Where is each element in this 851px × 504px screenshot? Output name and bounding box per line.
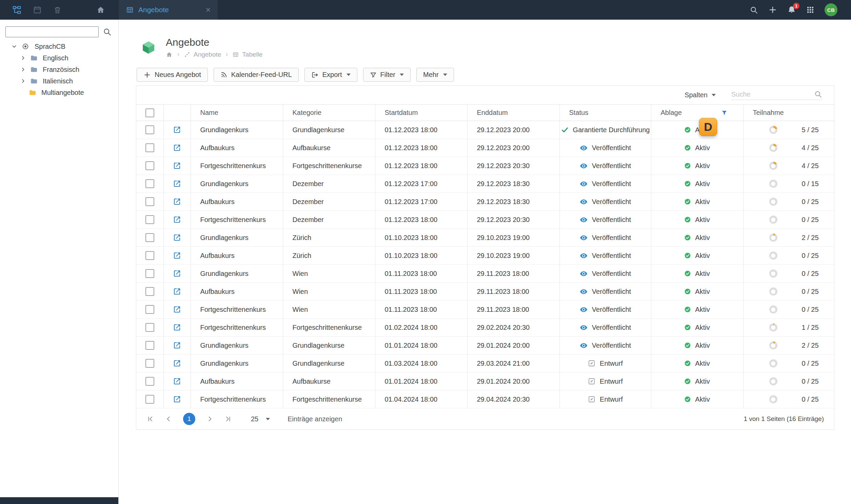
open-in-new-icon[interactable] (173, 323, 181, 331)
row-checkbox[interactable] (145, 161, 154, 170)
row-checkbox[interactable] (145, 233, 154, 242)
open-in-new-icon[interactable] (173, 180, 181, 188)
tree-item-franzoesisch[interactable]: Französisch (0, 64, 118, 75)
table-row[interactable]: Fortgeschrittenenkurs Fortgeschrittenenk… (136, 319, 834, 337)
table-row[interactable]: Fortgeschrittenenkurs Wien 01.11.2023 18… (136, 301, 834, 319)
current-page-button[interactable]: 1 (183, 413, 195, 425)
table-row[interactable]: Aufbaukurs Aufbaukurse 01.12.2023 18:00 … (136, 139, 834, 157)
tree-item-italienisch[interactable]: Italienisch (0, 75, 118, 87)
sidebar-search-input[interactable] (5, 26, 99, 37)
status-label: Veröffentlicht (592, 162, 631, 170)
calendar-icon[interactable] (33, 5, 42, 14)
row-checkbox[interactable] (145, 359, 154, 368)
table-row[interactable]: Aufbaukurs Zürich 01.10.2023 18:00 29.10… (136, 247, 834, 265)
row-checkbox[interactable] (145, 179, 154, 188)
column-header-enddatum[interactable]: Enddatum (467, 109, 560, 116)
table-row[interactable]: Fortgeschrittenenkurs Fortgeschrittenenk… (136, 391, 834, 409)
last-page-icon[interactable] (225, 415, 232, 422)
tree-view-icon[interactable] (12, 5, 21, 15)
open-in-new-icon[interactable] (173, 252, 181, 259)
search-icon[interactable] (103, 28, 111, 36)
row-checkbox[interactable] (145, 125, 154, 134)
open-in-new-icon[interactable] (173, 269, 181, 277)
module-icon[interactable] (184, 52, 190, 58)
export-button[interactable]: Export (304, 68, 357, 82)
row-checkbox[interactable] (145, 287, 154, 296)
tree-item-multiangebote[interactable]: Multiangebote (0, 87, 118, 98)
bell-icon[interactable]: 1 (787, 5, 796, 14)
table-row[interactable]: Aufbaukurs Aufbaukurse 01.01.2024 18:00 … (136, 373, 834, 391)
column-header-kategorie[interactable]: Kategorie (283, 109, 375, 116)
tree-item-sprachcb[interactable]: SprachCB (0, 41, 118, 52)
trash-icon[interactable] (53, 6, 62, 14)
breadcrumb-section[interactable]: Angebote (194, 51, 221, 58)
open-in-new-icon[interactable] (173, 162, 181, 170)
row-checkbox[interactable] (145, 395, 154, 404)
row-checkbox[interactable] (145, 305, 154, 314)
column-header-name[interactable]: Name (191, 109, 283, 116)
table-row[interactable]: Aufbaukurs Dezember 01.12.2023 17:00 29.… (136, 193, 834, 211)
open-in-new-icon[interactable] (173, 287, 181, 295)
row-checkbox[interactable] (145, 377, 154, 386)
open-in-new-icon[interactable] (173, 216, 181, 224)
apps-grid-icon[interactable] (806, 6, 814, 14)
column-header-status[interactable]: Status (560, 109, 651, 116)
table-row[interactable]: Fortgeschrittenenkurs Dezember 01.12.202… (136, 211, 834, 229)
chevron-right-icon[interactable] (20, 55, 26, 61)
open-in-new-icon[interactable] (173, 341, 181, 349)
tab-angebote[interactable]: Angebote (119, 0, 218, 20)
table-row[interactable]: Fortgeschrittenenkurs Fortgeschrittenenk… (136, 157, 834, 175)
row-checkbox[interactable] (145, 215, 154, 224)
table-row[interactable]: Grundlagenkurs Zürich 01.10.2023 18:00 2… (136, 229, 834, 247)
row-checkbox[interactable] (145, 197, 154, 206)
first-page-icon[interactable] (146, 415, 154, 422)
radio-icon (22, 43, 29, 50)
open-in-new-icon[interactable] (173, 198, 181, 206)
avatar[interactable]: CB (825, 3, 837, 16)
open-in-new-icon[interactable] (173, 234, 181, 242)
row-checkbox[interactable] (145, 323, 154, 332)
page-size-select[interactable]: 25 (251, 415, 270, 423)
home-icon[interactable] (96, 5, 105, 14)
chevron-right-icon[interactable] (20, 66, 26, 73)
table-row[interactable]: Grundlagenkurs Grundlagenkurse 01.03.202… (136, 355, 834, 373)
chevron-right-icon[interactable] (20, 78, 26, 84)
column-header-ablage[interactable]: Ablage (651, 109, 743, 116)
home-icon[interactable] (166, 51, 173, 58)
table-row[interactable]: Aufbaukurs Wien 01.11.2023 18:00 29.11.2… (136, 283, 834, 301)
filter-button[interactable]: Filter (363, 68, 411, 82)
row-checkbox[interactable] (145, 251, 154, 260)
columns-button[interactable]: Spalten (685, 91, 716, 99)
table-search-input[interactable] (731, 90, 814, 98)
open-in-new-icon[interactable] (173, 359, 181, 367)
search-icon[interactable] (814, 90, 822, 98)
ablage-label: Aktiv (695, 270, 710, 277)
search-icon[interactable] (750, 6, 758, 14)
chevron-down-icon[interactable] (11, 43, 18, 50)
close-icon[interactable] (205, 6, 212, 13)
table-row[interactable]: Grundlagenkurs Grundlagenkurse 01.12.202… (136, 121, 834, 139)
prev-page-icon[interactable] (165, 415, 172, 422)
row-checkbox[interactable] (145, 143, 154, 152)
tree-item-englisch[interactable]: Englisch (0, 52, 118, 64)
open-in-new-icon[interactable] (173, 377, 181, 385)
open-in-new-icon[interactable] (173, 395, 181, 403)
open-in-new-icon[interactable] (173, 126, 181, 134)
new-offer-button[interactable]: Neues Angebot (137, 68, 208, 82)
eye-icon (580, 216, 588, 224)
column-header-teilnahme[interactable]: Teilnahme (744, 109, 834, 116)
table-row[interactable]: Grundlagenkurs Wien 01.11.2023 18:00 29.… (136, 265, 834, 283)
next-page-icon[interactable] (206, 415, 214, 422)
more-button[interactable]: Mehr (416, 68, 454, 82)
open-in-new-icon[interactable] (173, 144, 181, 152)
plus-icon[interactable] (768, 5, 777, 14)
row-checkbox[interactable] (145, 269, 154, 278)
row-checkbox[interactable] (145, 341, 154, 350)
column-header-startdatum[interactable]: Startdatum (375, 109, 467, 116)
table-row[interactable]: Grundlagenkurs Grundlagenkurse 01.01.202… (136, 337, 834, 355)
open-in-new-icon[interactable] (173, 305, 181, 313)
table-row[interactable]: Grundlagenkurs Dezember 01.12.2023 17:00… (136, 175, 834, 193)
filter-active-icon[interactable] (721, 109, 728, 116)
select-all-checkbox[interactable] (145, 108, 154, 117)
calendar-feed-button[interactable]: Kalender-Feed-URL (214, 68, 299, 82)
